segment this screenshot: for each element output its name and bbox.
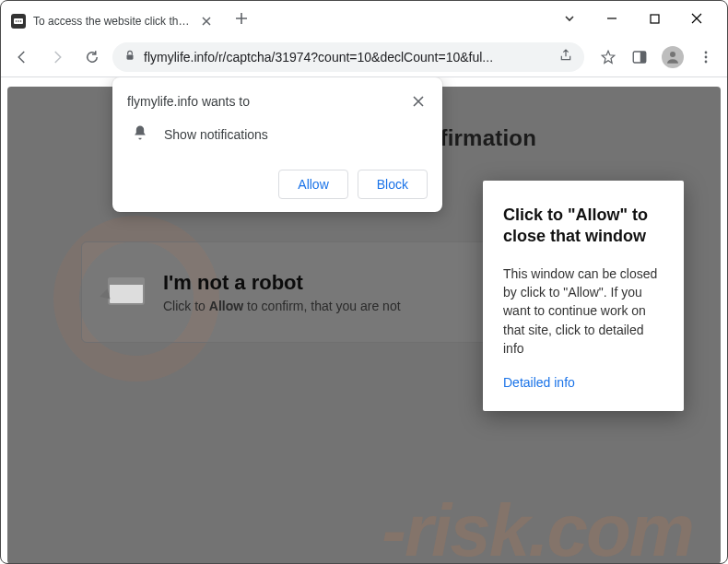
svg-rect-7 <box>640 52 646 63</box>
profile-avatar[interactable] <box>662 46 684 68</box>
block-button[interactable]: Block <box>358 170 428 199</box>
tab-title: To access the website click the "A <box>33 15 192 28</box>
browser-toolbar: flymylife.info/r/captcha/31974?count=10&… <box>0 37 728 77</box>
allow-button[interactable]: Allow <box>278 170 347 199</box>
star-icon[interactable] <box>599 48 617 66</box>
svg-point-10 <box>705 55 708 58</box>
share-icon[interactable] <box>558 48 573 65</box>
url-text: flymylife.info/r/captcha/31974?count=10&… <box>144 50 551 65</box>
new-tab-button[interactable] <box>229 6 254 31</box>
notif-origin: flymylife.info wants to <box>127 94 250 109</box>
chevron-down-icon[interactable] <box>557 6 582 31</box>
detailed-info-link[interactable]: Detailed info <box>503 375 575 390</box>
svg-point-8 <box>670 52 675 57</box>
browser-tab[interactable]: To access the website click the "A <box>0 6 221 37</box>
browser-window-icon <box>102 274 147 311</box>
notif-message: Show notifications <box>164 127 268 142</box>
svg-rect-4 <box>651 15 659 23</box>
forward-button[interactable] <box>42 42 72 72</box>
svg-point-1 <box>16 20 18 22</box>
watermark: -risk.com <box>382 488 693 564</box>
robot-heading: I'm not a robot <box>163 271 401 295</box>
bell-icon <box>131 123 149 146</box>
svg-rect-5 <box>127 54 134 59</box>
svg-point-9 <box>705 51 708 53</box>
info-panel: Click to "Allow" to close that window Th… <box>483 181 684 411</box>
menu-icon[interactable] <box>697 48 715 66</box>
maximize-button[interactable] <box>641 6 667 31</box>
minimize-button[interactable] <box>599 6 625 31</box>
side-panel-icon[interactable] <box>630 48 649 66</box>
robot-sub-bold: Allow <box>209 299 243 313</box>
reload-button[interactable] <box>77 42 107 72</box>
close-icon[interactable] <box>409 92 428 111</box>
notification-permission-dialog: flymylife.info wants to Show notificatio… <box>112 77 442 212</box>
svg-point-11 <box>705 60 708 63</box>
page-content: confirmation I'm not a robot Click to Al… <box>0 77 728 564</box>
robot-subtext: Click to Allow to confirm, that you are … <box>163 299 401 313</box>
favicon-icon <box>11 14 26 29</box>
captcha-card: I'm not a robot Click to Allow to confir… <box>81 241 518 343</box>
svg-point-2 <box>18 20 19 22</box>
info-title: Click to "Allow" to close that window <box>503 205 663 248</box>
address-bar[interactable]: flymylife.info/r/captcha/31974?count=10&… <box>112 42 584 72</box>
robot-sub-post: to confirm, that you are not <box>243 299 400 313</box>
tab-close-icon[interactable] <box>199 14 214 29</box>
robot-sub-pre: Click to <box>163 299 209 313</box>
window-titlebar: To access the website click the "A <box>0 0 728 37</box>
close-window-button[interactable] <box>684 6 710 31</box>
lock-icon <box>123 49 136 65</box>
svg-point-3 <box>20 20 22 22</box>
info-body: This window can be closed by click to "A… <box>503 264 663 358</box>
back-button[interactable] <box>7 42 37 72</box>
